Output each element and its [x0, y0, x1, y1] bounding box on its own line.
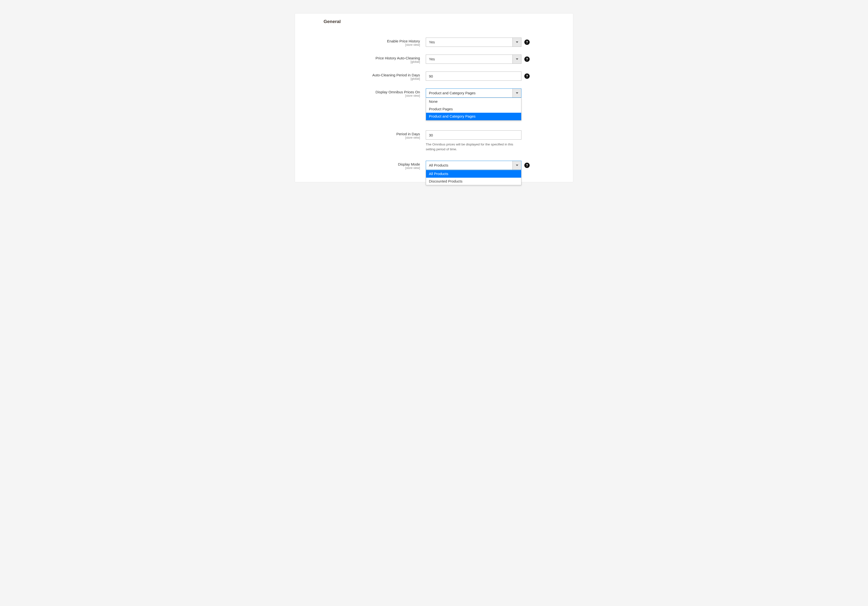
field-display-omnibus: Display Omnibus Prices On [store view] P… [295, 89, 573, 98]
chevron-down-icon [513, 55, 521, 64]
field-scope: [store view] [295, 166, 420, 170]
help-icon[interactable]: ? [524, 163, 530, 168]
input-period-in-days[interactable] [426, 131, 521, 139]
field-enable-price-history: Enable Price History [store view] Yes ? [295, 37, 573, 47]
dropdown-option[interactable]: All Products [426, 170, 521, 178]
field-display-mode: Display Mode [store view] All Products A… [295, 161, 573, 170]
field-label: Display Omnibus Prices On [295, 90, 420, 94]
select-display-omnibus[interactable]: Product and Category Pages [426, 89, 521, 98]
field-label: Enable Price History [295, 39, 420, 43]
input-auto-cleaning-period[interactable] [426, 72, 521, 81]
field-auto-cleaning: Price History Auto-Cleaning [global] Yes… [295, 54, 573, 64]
field-label: Display Mode [295, 162, 420, 166]
chevron-down-icon [513, 89, 521, 98]
help-icon[interactable]: ? [524, 56, 530, 62]
dropdown-option[interactable]: None [426, 98, 521, 106]
select-auto-cleaning[interactable]: Yes [426, 54, 521, 64]
select-enable-price-history[interactable]: Yes [426, 37, 521, 47]
settings-panel: General Enable Price History [store view… [295, 13, 573, 182]
chevron-down-icon [513, 161, 521, 170]
field-scope: [store view] [295, 136, 420, 139]
dropdown-option[interactable]: Discounted Products [426, 178, 521, 185]
field-scope: [global] [295, 60, 420, 64]
help-icon[interactable]: ? [524, 73, 530, 79]
dropdown-option[interactable]: Product Pages [426, 106, 521, 113]
chevron-down-icon [513, 38, 521, 47]
help-icon[interactable]: ? [524, 39, 530, 45]
section-title-general: General [295, 14, 573, 24]
dropdown-display-mode: All Products Discounted Products [426, 170, 521, 185]
dropdown-display-omnibus: None Product Pages Product and Category … [426, 98, 521, 120]
field-scope: [global] [295, 77, 420, 81]
field-label: Period in Days [295, 132, 420, 136]
field-hint: The Omnibus prices will be displayed for… [426, 142, 521, 151]
field-auto-cleaning-period: Auto-Cleaning Period in Days [global] ? [295, 71, 573, 81]
select-display-mode[interactable]: All Products [426, 161, 521, 170]
dropdown-option[interactable]: Product and Category Pages [426, 113, 521, 120]
field-scope: [store view] [295, 43, 420, 47]
field-scope: [store view] [295, 94, 420, 98]
field-label: Price History Auto-Cleaning [295, 56, 420, 60]
field-period-in-days: Period in Days [store view] The Omnibus … [295, 131, 573, 151]
field-label: Auto-Cleaning Period in Days [295, 73, 420, 77]
